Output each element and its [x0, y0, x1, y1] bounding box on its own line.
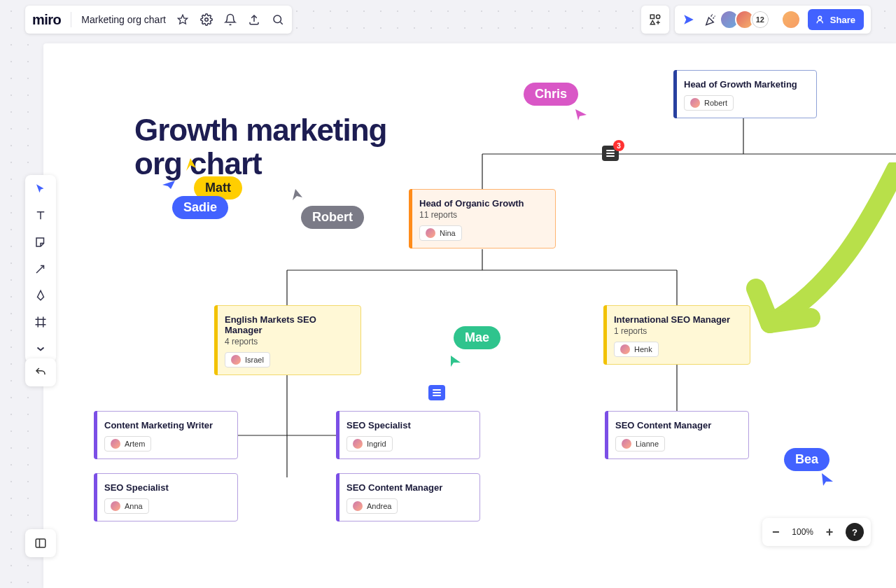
svg-marker-7	[650, 21, 654, 24]
svg-marker-27	[451, 356, 461, 367]
board-name[interactable]: Marketing org chart	[81, 14, 166, 25]
card-seo-content-mgr-intl[interactable]: SEO Content Manager Lianne	[605, 411, 749, 459]
select-tool[interactable]	[31, 179, 50, 199]
search-icon[interactable]	[271, 13, 285, 27]
svg-point-1	[205, 18, 209, 22]
share-button[interactable]: Share	[808, 9, 864, 30]
person-add-icon	[816, 15, 826, 24]
apps-icon[interactable]	[641, 6, 669, 34]
zoom-controls: − 100% + ?	[762, 518, 871, 546]
top-bar: miro Marketing org chart	[25, 6, 871, 34]
avatar-count[interactable]: 12	[750, 10, 770, 29]
divider	[71, 12, 71, 27]
svg-marker-25	[162, 181, 175, 189]
person-chip[interactable]: Ingrid	[346, 436, 393, 451]
person-chip[interactable]: Henk	[614, 342, 659, 357]
pen-tool[interactable]	[31, 286, 50, 305]
card-seo-spec-1[interactable]: SEO Specialist Ingrid	[336, 411, 480, 459]
person-chip[interactable]: Artem	[104, 436, 151, 451]
person-chip[interactable]: Nina	[419, 225, 462, 241]
card-eng-seo-mgr[interactable]: English Markets SEO Manager 4 reports Is…	[214, 305, 361, 375]
frame-tool[interactable]	[31, 312, 50, 332]
card-content-writer[interactable]: Content Marketing Writer Artem	[94, 411, 238, 459]
help-button[interactable]: ?	[846, 523, 864, 541]
bell-icon[interactable]	[223, 13, 237, 27]
person-chip[interactable]: Robert	[684, 95, 734, 111]
svg-point-10	[818, 16, 822, 20]
card-title: SEO Content Manager	[346, 482, 470, 493]
sticky-note-tool[interactable]	[31, 232, 50, 252]
more-tools[interactable]	[31, 339, 50, 358]
party-icon[interactable]	[703, 13, 717, 27]
svg-rect-36	[36, 539, 46, 547]
card-title: Head of Growth Marketing	[684, 79, 806, 90]
cursor-robert-pointer	[290, 188, 305, 203]
svg-line-31	[36, 266, 44, 274]
card-title: International SEO Manager	[614, 314, 740, 325]
cursor-mae-pointer	[448, 354, 462, 368]
comment-icon[interactable]	[428, 385, 445, 400]
person-chip[interactable]: Lianne	[615, 436, 665, 451]
person-chip[interactable]: Anna	[104, 498, 149, 514]
cursor-sadie-pointer	[161, 179, 176, 195]
share-label: Share	[830, 15, 855, 25]
cursor-chris: Chris	[524, 83, 578, 106]
side-toolbar	[25, 175, 56, 363]
card-subtitle: 4 reports	[225, 337, 351, 346]
svg-point-3	[274, 15, 281, 23]
svg-point-6	[656, 15, 659, 18]
card-title: SEO Content Manager	[615, 420, 738, 430]
card-title: SEO Specialist	[346, 420, 470, 430]
zoom-in-button[interactable]: +	[823, 525, 836, 540]
current-user-avatar[interactable]	[781, 10, 801, 29]
svg-rect-5	[650, 15, 654, 18]
svg-marker-26	[293, 189, 302, 200]
cursor-bea-pointer	[819, 472, 834, 487]
cursor-bea: Bea	[784, 448, 830, 471]
svg-line-4	[280, 22, 282, 24]
board-frame[interactable]: Growth marketing org chart Head of Growt…	[43, 43, 896, 588]
card-head-growth[interactable]: Head of Growth Marketing Robert	[673, 70, 817, 118]
card-title: SEO Specialist	[104, 482, 227, 493]
collaborator-avatars[interactable]: 12	[724, 10, 770, 29]
cursor-sadie: Sadie	[172, 196, 228, 219]
page-title: Growth marketing org chart	[134, 113, 387, 181]
svg-marker-24	[186, 158, 196, 171]
card-title: Content Marketing Writer	[104, 420, 227, 430]
comment-count-badge: 3	[613, 140, 624, 151]
card-subtitle: 1 reports	[614, 326, 740, 336]
card-title: English Markets SEO Manager	[225, 314, 351, 335]
card-seo-spec-2[interactable]: SEO Specialist Anna	[94, 473, 238, 522]
cursor-mae: Mae	[454, 326, 500, 349]
person-chip[interactable]: Andrea	[346, 498, 398, 514]
text-tool[interactable]	[31, 206, 50, 225]
card-head-organic[interactable]: Head of Organic Growth 11 reports Nina	[409, 189, 556, 248]
cursor-chris-pointer	[574, 108, 588, 122]
miro-logo[interactable]: miro	[32, 12, 61, 28]
cursor-robert: Robert	[301, 206, 364, 229]
sidebar-toggle[interactable]	[25, 529, 56, 557]
svg-marker-0	[178, 15, 187, 24]
card-subtitle: 11 reports	[419, 210, 545, 220]
star-icon[interactable]	[176, 13, 190, 27]
zoom-out-button[interactable]: −	[769, 525, 782, 540]
person-chip[interactable]: Israel	[225, 352, 270, 368]
cursor-send-icon[interactable]	[682, 13, 696, 27]
cursor-matt-pointer	[183, 157, 199, 172]
drawn-arrow	[728, 162, 896, 344]
svg-marker-28	[822, 473, 833, 486]
zoom-level[interactable]: 100%	[792, 527, 813, 537]
card-title: Head of Organic Growth	[419, 198, 545, 209]
undo-button[interactable]	[25, 358, 56, 386]
comment-thread-icon[interactable]: 3	[602, 146, 619, 161]
arrow-tool[interactable]	[31, 259, 50, 279]
card-seo-content-mgr-2[interactable]: SEO Content Manager Andrea	[336, 473, 480, 522]
settings-icon[interactable]	[200, 13, 214, 27]
export-icon[interactable]	[247, 13, 261, 27]
svg-marker-23	[575, 109, 587, 120]
